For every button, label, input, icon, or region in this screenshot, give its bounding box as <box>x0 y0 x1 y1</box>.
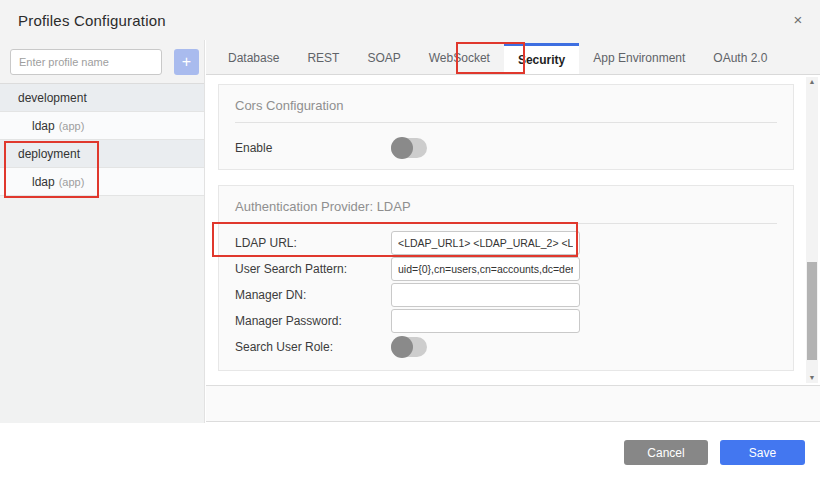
sidebar-item-deployment[interactable]: deployment <box>0 140 204 168</box>
manager-password-row: Manager Password: <box>235 308 777 334</box>
profiles-configuration-dialog: Profiles Configuration × + development l… <box>0 0 820 480</box>
manager-password-label: Manager Password: <box>235 314 391 328</box>
save-button[interactable]: Save <box>720 440 805 465</box>
profile-label: deployment <box>18 147 80 161</box>
tab-rest[interactable]: REST <box>293 43 353 74</box>
tab-app-environment[interactable]: App Environment <box>579 43 699 74</box>
tab-bar: Database REST SOAP WebSocket Security Ap… <box>206 40 820 75</box>
scrollbar-thumb[interactable] <box>807 262 817 360</box>
profile-label: development <box>18 91 87 105</box>
sidebar-item-ldap-development[interactable]: ldap (app) <box>0 112 204 140</box>
search-user-role-toggle[interactable] <box>391 337 427 357</box>
auth-section-title: Authentication Provider: LDAP <box>235 199 777 224</box>
security-tab-content: Cors Configuration Enable Authentication… <box>206 75 820 385</box>
manager-dn-input[interactable] <box>391 283 580 307</box>
add-profile-button[interactable]: + <box>174 49 199 75</box>
manager-dn-row: Manager DN: <box>235 282 777 308</box>
content-bottom-strip <box>206 385 820 422</box>
scroll-up-icon[interactable]: ▲ <box>806 77 818 87</box>
user-search-pattern-row: User Search Pattern: <box>235 256 777 282</box>
dialog-footer: Cancel Save <box>0 423 820 480</box>
tab-websocket[interactable]: WebSocket <box>415 43 504 74</box>
cors-enable-row: Enable <box>235 135 777 161</box>
toggle-knob <box>391 137 413 159</box>
search-user-role-label: Search User Role: <box>235 340 391 354</box>
cors-section-title: Cors Configuration <box>235 98 777 123</box>
cors-enable-toggle[interactable] <box>391 138 427 158</box>
cancel-button[interactable]: Cancel <box>624 440 708 465</box>
dialog-title: Profiles Configuration <box>18 12 166 29</box>
tab-database[interactable]: Database <box>214 43 293 74</box>
manager-password-input[interactable] <box>391 309 580 333</box>
scroll-down-icon[interactable]: ▼ <box>806 373 818 383</box>
vertical-scrollbar[interactable]: ▲ ▼ <box>806 77 818 383</box>
cors-configuration-section: Cors Configuration Enable <box>218 84 794 170</box>
main-panel: Database REST SOAP WebSocket Security Ap… <box>206 40 820 423</box>
search-user-role-row: Search User Role: <box>235 334 777 360</box>
sidebar-item-ldap-deployment[interactable]: ldap (app) <box>0 168 204 196</box>
profile-add-bar: + <box>0 40 204 84</box>
profile-label: ldap <box>32 175 55 189</box>
profile-name-input[interactable] <box>10 49 162 75</box>
tab-security[interactable]: Security <box>504 43 579 74</box>
close-icon[interactable]: × <box>788 10 808 30</box>
profiles-sidebar: + development ldap (app) deployment ldap… <box>0 40 205 423</box>
profile-label: ldap <box>32 119 55 133</box>
sidebar-item-development[interactable]: development <box>0 84 204 112</box>
tab-soap[interactable]: SOAP <box>353 43 414 74</box>
ldap-url-input[interactable] <box>391 231 580 255</box>
authentication-provider-section: Authentication Provider: LDAP LDAP URL: … <box>218 185 794 371</box>
enable-label: Enable <box>235 141 391 155</box>
user-search-pattern-input[interactable] <box>391 257 580 281</box>
dialog-titlebar: Profiles Configuration × <box>0 0 820 40</box>
manager-dn-label: Manager DN: <box>235 288 391 302</box>
auth-fields: LDAP URL: User Search Pattern: Manager D… <box>235 230 777 360</box>
toggle-knob <box>391 336 413 358</box>
profile-type-label: (app) <box>59 176 85 188</box>
ldap-url-row: LDAP URL: <box>235 230 777 256</box>
user-search-pattern-label: User Search Pattern: <box>235 262 391 276</box>
profile-type-label: (app) <box>59 120 85 132</box>
ldap-url-label: LDAP URL: <box>235 236 391 250</box>
tab-oauth[interactable]: OAuth 2.0 <box>699 43 781 74</box>
